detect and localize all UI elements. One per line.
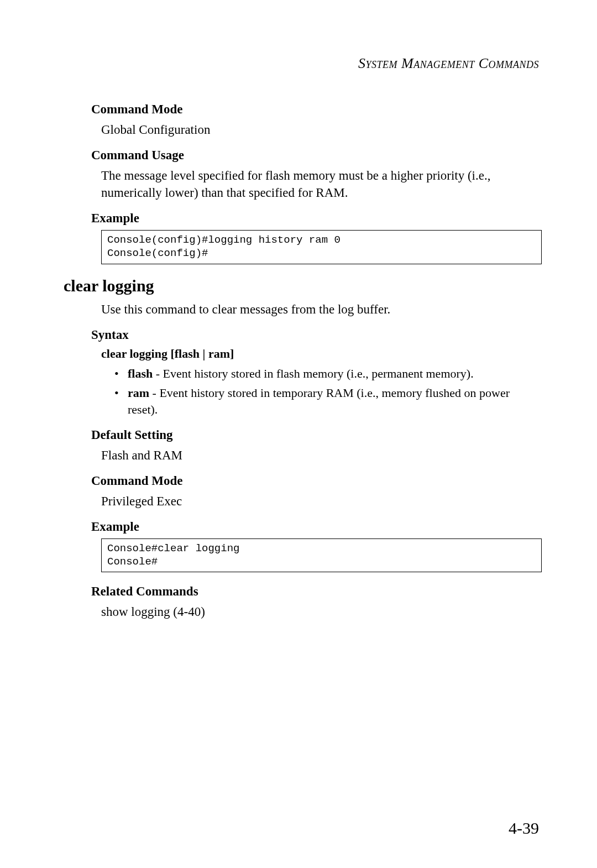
page-content: Command Mode Global Configuration Comman… xyxy=(91,102,542,620)
syntax-heading: Syntax xyxy=(91,328,542,342)
related-commands-body: show logging (4-40) xyxy=(101,603,542,620)
command-mode-heading-1: Command Mode xyxy=(91,102,542,117)
command-mode-body-2: Privileged Exec xyxy=(101,493,542,510)
param-flash-desc: - Event history stored in flash memory (… xyxy=(153,367,473,380)
param-flash-name: flash xyxy=(128,367,153,380)
command-mode-body-1: Global Configuration xyxy=(101,121,542,138)
parameter-list: flash - Event history stored in flash me… xyxy=(114,365,542,418)
example-heading-2: Example xyxy=(91,520,542,534)
clear-logging-intro: Use this command to clear messages from … xyxy=(101,301,542,318)
command-usage-body: The message level specified for flash me… xyxy=(101,167,542,201)
clear-logging-title: clear logging xyxy=(64,276,542,295)
default-setting-heading: Default Setting xyxy=(91,428,542,442)
running-header: System Management Commands xyxy=(64,55,539,72)
param-flash: flash - Event history stored in flash me… xyxy=(114,365,542,382)
syntax-line: clear logging [flash | ram] xyxy=(101,347,542,361)
page-number: 4-39 xyxy=(509,819,539,838)
param-ram-name: ram xyxy=(128,386,149,400)
example-code-1: Console(config)#logging history ram 0 Co… xyxy=(101,230,542,264)
example-heading-1: Example xyxy=(91,211,542,226)
example-code-2: Console#clear logging Console# xyxy=(101,538,542,573)
param-ram: ram - Event history stored in temporary … xyxy=(114,385,542,417)
related-commands-heading: Related Commands xyxy=(91,584,542,599)
running-header-text: System Management Commands xyxy=(358,55,539,71)
command-usage-heading: Command Usage xyxy=(91,148,542,163)
command-mode-heading-2: Command Mode xyxy=(91,474,542,488)
page: System Management Commands Command Mode … xyxy=(0,0,597,868)
param-ram-desc: - Event history stored in temporary RAM … xyxy=(128,386,510,416)
default-setting-body: Flash and RAM xyxy=(101,447,542,464)
